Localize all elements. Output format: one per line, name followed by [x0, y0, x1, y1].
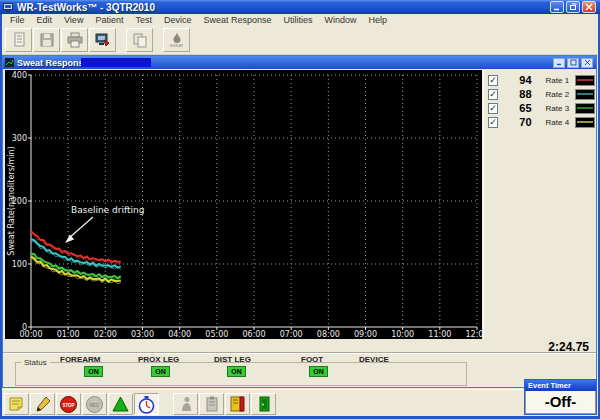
device-icon	[94, 31, 112, 49]
status-on-badge: ON	[309, 366, 328, 377]
x-tick-label: 07:00	[280, 330, 303, 339]
rate-checkbox[interactable]: ✓	[488, 103, 498, 114]
event-timer-title-bar[interactable]: Event Timer	[525, 380, 596, 391]
x-tick-label: 04:00	[168, 330, 191, 339]
x-tick-label: 08:00	[317, 330, 340, 339]
rate-color-swatch	[575, 89, 595, 100]
child-maximize-button[interactable]	[567, 58, 579, 68]
x-tick-label: 05:00	[205, 330, 228, 339]
new-button[interactable]	[5, 28, 32, 52]
stopwatch-icon	[137, 395, 156, 414]
sweat-response-icon	[5, 58, 14, 67]
rate-checkbox[interactable]: ✓	[488, 75, 498, 86]
status-column-foot: FOOT	[301, 355, 323, 364]
annotation-arrow	[69, 217, 93, 238]
y-axis-label: Sweat Rate(nanoliters/min)	[7, 146, 16, 255]
menu-item-utilities[interactable]: Utilities	[278, 15, 319, 25]
start-triangle-icon	[111, 395, 130, 413]
child-close-button[interactable]	[581, 58, 593, 68]
x-tick-label: 02:00	[94, 330, 117, 339]
copy-button[interactable]	[126, 28, 153, 52]
pencil-icon	[34, 395, 52, 413]
y-tick-label: 300	[12, 134, 27, 143]
annotation-text: Baseline drifting	[71, 205, 144, 215]
rate-row: ✓65Rate 3	[486, 101, 595, 115]
x-tick-label: 11:00	[428, 330, 451, 339]
menu-item-window[interactable]: Window	[319, 15, 363, 25]
rate-checkbox[interactable]: ✓	[488, 117, 498, 128]
rates-panel: ✓94Rate 1✓88Rate 2✓65Rate 3✓70Rate 4	[483, 70, 595, 339]
x-tick-label: 12:00	[465, 330, 482, 339]
rate-value: 88	[506, 88, 531, 100]
menu-item-sweat-response[interactable]: Sweat Response	[197, 15, 277, 25]
separator-line	[3, 352, 596, 354]
status-column-forearm: FOREARM	[60, 355, 100, 364]
sweat-response-body: 00:0001:0002:0003:0004:0005:0006:0007:00…	[3, 69, 596, 387]
menu-item-file[interactable]: File	[4, 15, 31, 25]
exit-button[interactable]	[251, 393, 276, 415]
save-icon	[38, 31, 56, 49]
x-tick-label: 03:00	[131, 330, 154, 339]
y-tick-label: 400	[12, 71, 27, 80]
status-on-badge: ON	[84, 366, 103, 377]
menu-item-view[interactable]: View	[58, 15, 89, 25]
svg-text:REC: REC	[90, 402, 100, 407]
stopwatch-button[interactable]	[134, 393, 159, 415]
rate-checkbox[interactable]: ✓	[488, 89, 498, 100]
sweat-rate-chart: 00:0001:0002:0003:0004:0005:0006:0007:00…	[5, 70, 482, 339]
close-button[interactable]	[582, 1, 596, 13]
y-tick-label: 100	[12, 260, 27, 269]
note-icon	[7, 395, 26, 413]
main-toolbar: SWEAT	[2, 26, 598, 55]
rate-value: 70	[506, 116, 531, 128]
menu-item-test[interactable]: Test	[129, 15, 158, 25]
menu-bar: FileEditViewPatientTestDeviceSweat Respo…	[2, 14, 598, 26]
title-bar[interactable]: WR-TestWorks™ - 3QTR2010	[0, 0, 600, 14]
child-title-bar[interactable]: Sweat Response -	[3, 56, 596, 69]
note-button[interactable]	[4, 393, 29, 415]
sweat-drop-icon	[171, 32, 183, 43]
status-on-badge: ON	[227, 366, 246, 377]
clipboard-button	[199, 393, 224, 415]
window-title: WR-TestWorks™ - 3QTR2010	[17, 2, 155, 13]
rate-label: Rate 3	[546, 104, 573, 113]
pencil-button[interactable]	[30, 393, 55, 415]
new-document-icon	[10, 31, 28, 49]
x-tick-label: 10:00	[391, 330, 414, 339]
x-tick-label: 01:00	[57, 330, 80, 339]
start-button[interactable]	[108, 393, 133, 415]
record-icon: REC	[85, 395, 104, 414]
print-icon	[66, 31, 84, 49]
rate-label: Rate 4	[546, 118, 573, 127]
child-minimize-button[interactable]	[553, 58, 565, 68]
app-icon	[3, 2, 13, 12]
rate-row: ✓88Rate 2	[486, 87, 595, 101]
y-tick-label: 0	[22, 323, 27, 332]
rate-row: ✓94Rate 1	[486, 73, 595, 87]
status-column-prox-leg: PROX LEG	[138, 355, 179, 364]
minimize-button[interactable]	[550, 1, 564, 13]
menu-item-patient[interactable]: Patient	[89, 15, 129, 25]
menu-item-device[interactable]: Device	[158, 15, 198, 25]
person-button	[173, 393, 198, 415]
copy-icon	[131, 31, 149, 49]
sweat-analysis-button[interactable]: SWEAT	[163, 28, 190, 52]
status-column-dist-leg: DIST LEG	[214, 355, 251, 364]
print-button[interactable]	[61, 28, 88, 52]
save-button[interactable]	[33, 28, 60, 52]
x-tick-label: 06:00	[242, 330, 265, 339]
device-report-button[interactable]	[89, 28, 116, 52]
event-timer-value: -Off-	[525, 391, 596, 414]
rate-row: ✓70Rate 4	[486, 115, 595, 129]
exit-door-icon	[255, 395, 273, 413]
menu-item-edit[interactable]: Edit	[31, 15, 59, 25]
stop-button[interactable]: STOP	[56, 393, 81, 415]
logbook-icon	[228, 395, 247, 413]
bottom-toolbar: STOP REC	[2, 389, 598, 416]
restore-button[interactable]	[566, 1, 580, 13]
menu-item-help[interactable]: Help	[363, 15, 394, 25]
x-tick-label: 09:00	[354, 330, 377, 339]
sweat-response-window: Sweat Response - 00:0001:0002:0003:0004:…	[2, 55, 597, 388]
logbook-button[interactable]	[225, 393, 250, 415]
rate-color-swatch	[575, 103, 595, 114]
